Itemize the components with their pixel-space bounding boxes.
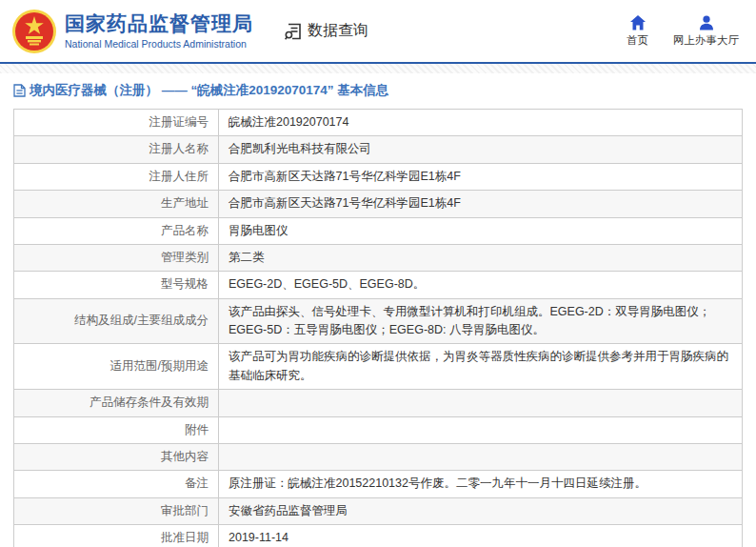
row-label: 产品名称 bbox=[14, 218, 218, 244]
row-label: 结构及组成/主要组成成分 bbox=[14, 299, 218, 344]
page-title: 境内医疗器械（注册） —— “皖械注准20192070174” 基本信息 bbox=[30, 82, 388, 99]
hatch-band bbox=[0, 64, 756, 73]
row-value-text: EGEG-2D、EGEG-5D、EGEG-8D。 bbox=[229, 277, 425, 291]
table-row: 管理类别第二类 bbox=[14, 245, 742, 272]
row-label: 附件 bbox=[14, 417, 218, 443]
row-label-text: 生产地址 bbox=[161, 194, 209, 213]
row-value: 该产品由探头、信号处理卡、专用微型计算机和打印机组成。EGEG-2D：双导胃肠电… bbox=[218, 299, 742, 344]
nav-item-service-hall[interactable]: 网上办事大厅 bbox=[673, 15, 739, 48]
row-label-text: 管理类别 bbox=[161, 249, 209, 267]
row-value-text: 合肥市高新区天达路71号华亿科学园E1栋4F bbox=[229, 170, 461, 183]
row-value-text: 该产品可为胃功能疾病的诊断提供依据，为胃炎等器质性疾病的诊断提供参考并用于胃肠疾… bbox=[229, 350, 728, 381]
row-value bbox=[218, 444, 742, 470]
row-label-text: 产品储存条件及有效期 bbox=[90, 394, 209, 412]
home-icon bbox=[629, 15, 647, 30]
row-value-text: 该产品由探头、信号处理卡、专用微型计算机和打印机组成。EGEG-2D：双导胃肠电… bbox=[229, 305, 710, 336]
document-icon bbox=[13, 84, 26, 97]
row-label: 管理类别 bbox=[14, 245, 218, 271]
org-names: 国家药品监督管理局 National Medical Products Admi… bbox=[65, 12, 253, 49]
row-label-text: 审批部门 bbox=[161, 502, 209, 520]
row-label: 型号规格 bbox=[14, 272, 218, 297]
row-value-text: 皖械注准20192070174 bbox=[229, 115, 348, 129]
nav-item-home[interactable]: 首页 bbox=[627, 15, 648, 48]
nav-home-label: 首页 bbox=[627, 33, 648, 48]
row-label: 备注 bbox=[14, 471, 218, 496]
row-label-text: 型号规格 bbox=[161, 275, 209, 294]
row-value-text: 2019-11-14 bbox=[229, 531, 288, 544]
row-label: 批准日期 bbox=[14, 525, 218, 547]
row-label-text: 批准日期 bbox=[161, 529, 209, 547]
row-label: 审批部门 bbox=[14, 498, 218, 524]
row-value: 合肥市高新区天达路71号华亿科学园E1栋4F bbox=[218, 191, 742, 216]
row-label: 注册人住所 bbox=[14, 164, 218, 190]
table-row: 批准日期2019-11-14 bbox=[14, 525, 742, 547]
row-label: 生产地址 bbox=[14, 191, 218, 216]
row-label-text: 附件 bbox=[185, 421, 209, 439]
header-nav: 首页 网上办事大厅 bbox=[627, 15, 739, 48]
org-name-en: National Medical Products Administration bbox=[65, 38, 253, 50]
table-row: 产品名称胃肠电图仪 bbox=[14, 218, 742, 245]
row-label-text: 结构及组成/主要组成成分 bbox=[74, 312, 209, 330]
row-label: 注册人名称 bbox=[14, 136, 218, 162]
site-header: 国家药品监督管理局 National Medical Products Admi… bbox=[0, 0, 756, 62]
table-row: 审批部门安徽省药品监督管理局 bbox=[14, 498, 742, 525]
row-value-text: 原注册证：皖械注准20152210132号作废。二零一九年十一月十四日延续注册。 bbox=[229, 476, 647, 490]
org-name-cn: 国家药品监督管理局 bbox=[65, 12, 253, 35]
table-row: 型号规格EGEG-2D、EGEG-5D、EGEG-8D。 bbox=[14, 272, 742, 298]
row-label-text: 产品名称 bbox=[161, 222, 209, 240]
national-emblem-logo bbox=[11, 9, 57, 54]
row-label: 产品储存条件及有效期 bbox=[14, 390, 218, 415]
table-row: 适用范围/预期用途该产品可为胃功能疾病的诊断提供依据，为胃炎等器质性疾病的诊断提… bbox=[14, 344, 742, 390]
row-label-text: 注册证编号 bbox=[149, 113, 209, 132]
row-value-text: 第二类 bbox=[229, 251, 265, 264]
row-label: 适用范围/预期用途 bbox=[14, 344, 218, 389]
row-label-text: 适用范围/预期用途 bbox=[110, 357, 209, 375]
table-row: 备注原注册证：皖械注准20152210132号作废。二零一九年十一月十四日延续注… bbox=[14, 471, 742, 497]
table-row: 注册人住所合肥市高新区天达路71号华亿科学园E1栋4F bbox=[14, 164, 742, 191]
row-value: 第二类 bbox=[218, 245, 742, 271]
row-label-text: 注册人名称 bbox=[149, 140, 209, 158]
user-icon bbox=[698, 15, 715, 30]
table-row: 附件 bbox=[14, 417, 742, 444]
table-row: 结构及组成/主要组成成分该产品由探头、信号处理卡、专用微型计算机和打印机组成。E… bbox=[14, 299, 742, 345]
row-value bbox=[218, 417, 742, 443]
table-row: 其他内容 bbox=[14, 444, 742, 471]
table-row: 注册证编号皖械注准20192070174 bbox=[14, 110, 742, 136]
breadcrumb: 境内医疗器械（注册） —— “皖械注准20192070174” 基本信息 bbox=[0, 73, 756, 107]
row-label-text: 备注 bbox=[185, 475, 209, 493]
table-row: 产品储存条件及有效期 bbox=[14, 390, 742, 416]
row-value: 原注册证：皖械注准20152210132号作废。二零一九年十一月十四日延续注册。 bbox=[218, 471, 742, 496]
row-value-text: 胃肠电图仪 bbox=[229, 224, 288, 237]
row-label: 注册证编号 bbox=[14, 110, 218, 135]
row-value: 皖械注准20192070174 bbox=[218, 110, 742, 135]
row-value-text: 安徽省药品监督管理局 bbox=[229, 504, 348, 517]
row-value: 合肥市高新区天达路71号华亿科学园E1栋4F bbox=[218, 164, 742, 190]
table-row: 注册人名称合肥凯利光电科技有限公司 bbox=[14, 136, 742, 163]
row-value bbox=[218, 390, 742, 415]
row-value-text: 合肥凯利光电科技有限公司 bbox=[229, 142, 371, 155]
table-row: 生产地址合肥市高新区天达路71号华亿科学园E1栋4F bbox=[14, 191, 742, 217]
row-value: EGEG-2D、EGEG-5D、EGEG-8D。 bbox=[218, 272, 742, 297]
data-query-label: 数据查询 bbox=[308, 21, 368, 41]
row-value: 该产品可为胃功能疾病的诊断提供依据，为胃炎等器质性疾病的诊断提供参考并用于胃肠疾… bbox=[218, 344, 742, 389]
row-value-text: 合肥市高新区天达路71号华亿科学园E1栋4F bbox=[229, 196, 461, 210]
registration-info-table: 注册证编号皖械注准20192070174注册人名称合肥凯利光电科技有限公司注册人… bbox=[13, 109, 743, 547]
data-query-icon bbox=[284, 22, 303, 41]
row-value: 2019-11-14 bbox=[218, 525, 742, 547]
nav-service-hall-label: 网上办事大厅 bbox=[673, 33, 739, 48]
row-value: 合肥凯利光电科技有限公司 bbox=[218, 136, 742, 162]
row-label-text: 其他内容 bbox=[161, 448, 209, 466]
row-value: 胃肠电图仪 bbox=[218, 218, 742, 244]
row-label: 其他内容 bbox=[14, 444, 218, 470]
row-label-text: 注册人住所 bbox=[149, 168, 209, 186]
row-value: 安徽省药品监督管理局 bbox=[218, 498, 742, 524]
brand: 国家药品监督管理局 National Medical Products Admi… bbox=[11, 9, 253, 54]
data-query-entry[interactable]: 数据查询 bbox=[284, 21, 368, 41]
